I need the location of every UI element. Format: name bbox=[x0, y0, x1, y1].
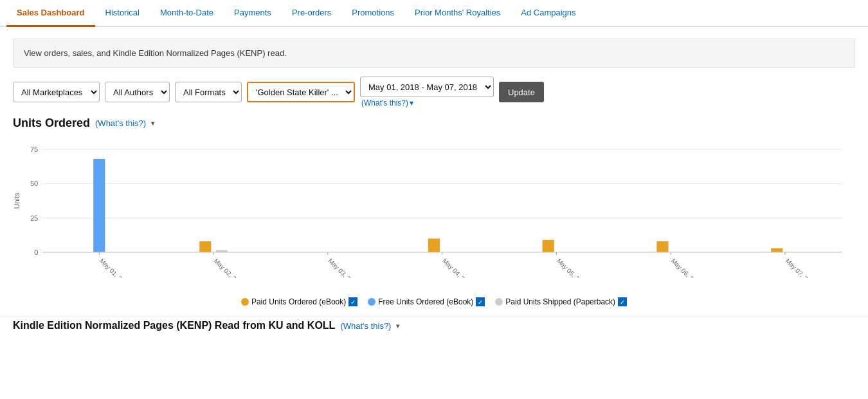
svg-text:May 05, 2018: May 05, 2018 bbox=[556, 257, 588, 278]
tab-sales-dashboard[interactable]: Sales Dashboard bbox=[6, 0, 95, 27]
info-bar-text: View orders, sales, and Kindle Edition N… bbox=[24, 48, 287, 58]
date-whats-this-text: (What's this?) bbox=[361, 98, 408, 107]
date-wrapper: May 01, 2018 - May 07, 2018 (What's this… bbox=[360, 77, 494, 107]
legend-item-paperback: Paid Units Shipped (Paperback)✓ bbox=[495, 297, 627, 306]
chart-legend: Paid Units Ordered (eBook)✓Free Units Or… bbox=[13, 297, 855, 306]
author-select[interactable]: All Authors bbox=[105, 82, 170, 102]
units-ordered-section: Units Ordered (What's this?) ▾ 0255075Un… bbox=[13, 116, 855, 306]
filter-row: All MarketplacesAmazon.comAmazon.co.ukAm… bbox=[13, 77, 855, 107]
units-ordered-whats-this-text: (What's this?) bbox=[95, 118, 146, 128]
kenp-whats-this[interactable]: (What's this?) bbox=[340, 321, 391, 331]
legend-label-paid-ebook: Paid Units Ordered (eBook) bbox=[251, 297, 346, 306]
format-select[interactable]: All FormatseBookPaperbackHardcoverAudiob… bbox=[175, 82, 242, 102]
legend-label-free-ebook: Free Units Ordered (eBook) bbox=[378, 297, 473, 306]
legend-label-paperback: Paid Units Shipped (Paperback) bbox=[505, 297, 615, 306]
legend-check-paid-ebook[interactable]: ✓ bbox=[348, 297, 357, 306]
chart-area: 0255075UnitsMay 01, 2018May 02, 2018May … bbox=[13, 136, 855, 291]
tab-promotions[interactable]: Promotions bbox=[341, 0, 404, 27]
legend-dot-paperback bbox=[495, 298, 503, 306]
svg-rect-27 bbox=[771, 248, 782, 252]
svg-rect-9 bbox=[93, 159, 105, 252]
tab-historical[interactable]: Historical bbox=[95, 0, 150, 27]
svg-text:May 01, 2018: May 01, 2018 bbox=[98, 257, 131, 278]
legend-item-paid-ebook: Paid Units Ordered (eBook)✓ bbox=[241, 297, 357, 306]
legend-item-free-ebook: Free Units Ordered (eBook)✓ bbox=[368, 297, 485, 306]
svg-rect-12 bbox=[199, 241, 211, 252]
legend-check-free-ebook[interactable]: ✓ bbox=[476, 297, 485, 306]
svg-text:May 02, 2018: May 02, 2018 bbox=[213, 257, 246, 278]
tab-ad-campaigns[interactable]: Ad Campaigns bbox=[511, 0, 586, 27]
svg-text:May 04, 2018: May 04, 2018 bbox=[441, 257, 474, 278]
book-select[interactable]: 'Golden State Killer' ... bbox=[247, 82, 355, 102]
svg-text:May 07, 2018: May 07, 2018 bbox=[784, 257, 817, 278]
svg-text:May 06, 2018: May 06, 2018 bbox=[670, 257, 703, 278]
svg-rect-18 bbox=[428, 239, 440, 252]
kenp-title: Kindle Edition Normalized Pages (KENP) R… bbox=[13, 320, 855, 331]
svg-rect-24 bbox=[656, 241, 668, 252]
legend-check-paperback[interactable]: ✓ bbox=[618, 297, 627, 306]
kenp-chevron: ▾ bbox=[396, 322, 399, 329]
tab-navigation: Sales DashboardHistoricalMonth-to-DatePa… bbox=[0, 0, 868, 27]
info-bar: View orders, sales, and Kindle Edition N… bbox=[13, 39, 855, 68]
kenp-title-text: Kindle Edition Normalized Pages (KENP) R… bbox=[13, 320, 335, 331]
update-button[interactable]: Update bbox=[499, 82, 544, 102]
kenp-whats-this-text: (What's this?) bbox=[340, 321, 391, 331]
legend-dot-paid-ebook bbox=[241, 298, 249, 306]
date-range-select[interactable]: May 01, 2018 - May 07, 2018 bbox=[360, 77, 494, 97]
svg-text:75: 75 bbox=[30, 145, 38, 153]
marketplace-select[interactable]: All MarketplacesAmazon.comAmazon.co.ukAm… bbox=[13, 82, 100, 102]
units-ordered-whats-this[interactable]: (What's this?) bbox=[95, 118, 146, 128]
svg-text:0: 0 bbox=[34, 248, 38, 256]
chart-svg: 0255075UnitsMay 01, 2018May 02, 2018May … bbox=[13, 136, 855, 278]
svg-text:Units: Units bbox=[13, 192, 21, 209]
units-ordered-title-text: Units Ordered bbox=[13, 116, 90, 130]
svg-rect-21 bbox=[543, 240, 554, 252]
svg-text:May 03, 2018: May 03, 2018 bbox=[327, 257, 359, 278]
units-ordered-chevron: ▾ bbox=[151, 120, 154, 127]
tab-payments[interactable]: Payments bbox=[224, 0, 282, 27]
units-ordered-title: Units Ordered (What's this?) ▾ bbox=[13, 116, 855, 130]
tab-prior-months-royalties[interactable]: Prior Months' Royalties bbox=[404, 0, 511, 27]
legend-dot-free-ebook bbox=[368, 298, 375, 306]
tab-pre-orders[interactable]: Pre-orders bbox=[282, 0, 341, 27]
svg-text:25: 25 bbox=[30, 214, 38, 222]
kenp-section: Kindle Edition Normalized Pages (KENP) R… bbox=[13, 320, 855, 331]
tab-month-to-date[interactable]: Month-to-Date bbox=[150, 0, 224, 27]
date-whats-this[interactable]: (What's this?) ▾ bbox=[361, 98, 413, 107]
svg-text:50: 50 bbox=[30, 180, 38, 187]
date-chevron: ▾ bbox=[410, 98, 413, 107]
